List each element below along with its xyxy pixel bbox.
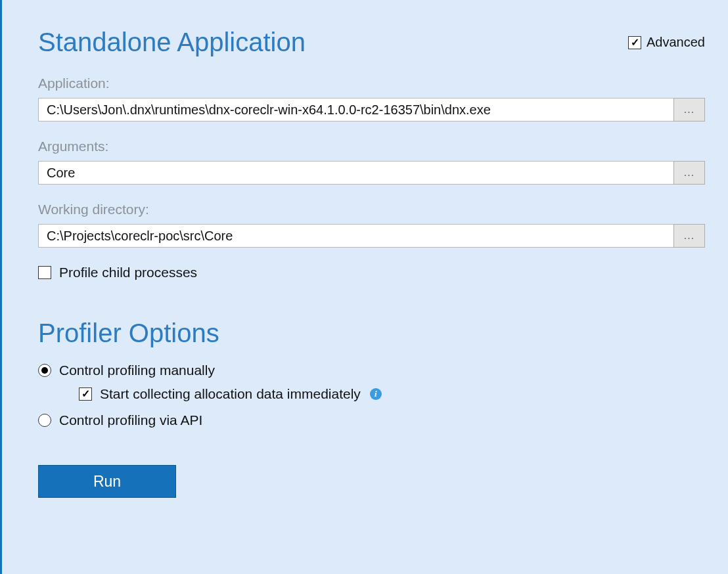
via-api-radio-row[interactable]: Control profiling via API: [38, 412, 705, 428]
application-input[interactable]: [38, 98, 674, 121]
advanced-checkbox[interactable]: [628, 36, 641, 49]
workdir-input[interactable]: [38, 224, 674, 248]
profile-child-row[interactable]: Profile child processes: [38, 265, 705, 280]
manual-radio[interactable]: [38, 364, 51, 377]
manual-radio-row[interactable]: Control profiling manually: [38, 363, 705, 378]
advanced-toggle[interactable]: Advanced: [628, 35, 705, 50]
application-label: Application:: [38, 76, 705, 91]
profile-child-checkbox[interactable]: [38, 266, 51, 279]
manual-radio-label: Control profiling manually: [59, 363, 215, 378]
via-api-radio[interactable]: [38, 414, 51, 427]
workdir-label: Working directory:: [38, 202, 705, 217]
workdir-browse-button[interactable]: ...: [673, 224, 705, 248]
info-icon[interactable]: i: [370, 388, 382, 400]
arguments-input[interactable]: [38, 161, 674, 185]
arguments-label: Arguments:: [38, 139, 705, 154]
application-browse-button[interactable]: ...: [673, 98, 705, 121]
profiler-options-title: Profiler Options: [38, 319, 705, 348]
advanced-label: Advanced: [647, 35, 705, 50]
page-title: Standalone Application: [38, 28, 306, 57]
start-collecting-checkbox[interactable]: [79, 387, 92, 401]
start-collecting-row[interactable]: Start collecting allocation data immedia…: [79, 386, 705, 402]
via-api-radio-label: Control profiling via API: [59, 412, 202, 428]
profile-child-label: Profile child processes: [59, 265, 197, 280]
run-button[interactable]: Run: [38, 465, 176, 498]
start-collecting-label: Start collecting allocation data immedia…: [100, 386, 361, 402]
arguments-browse-button[interactable]: ...: [673, 161, 705, 185]
